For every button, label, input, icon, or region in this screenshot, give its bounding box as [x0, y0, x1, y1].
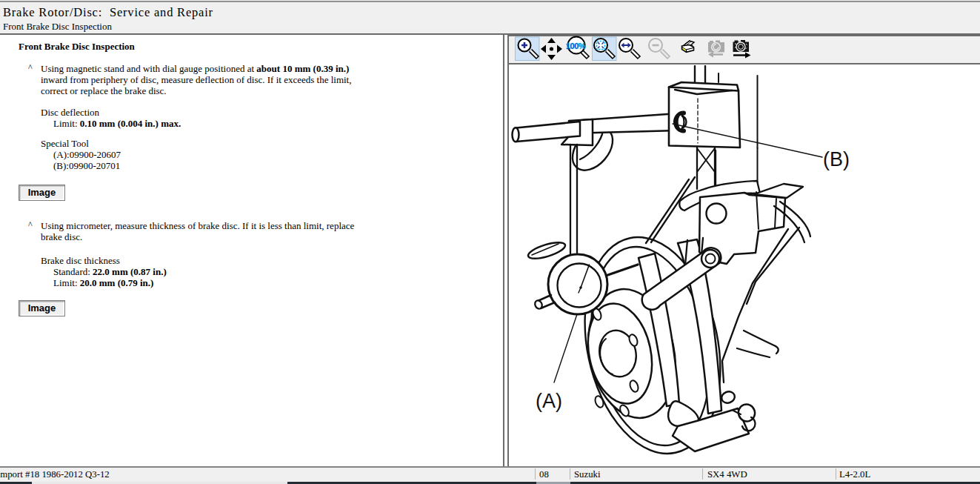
svg-text:(A): (A) — [536, 390, 562, 412]
svg-text:100%: 100% — [566, 42, 586, 50]
svg-text:(B): (B) — [823, 148, 850, 170]
